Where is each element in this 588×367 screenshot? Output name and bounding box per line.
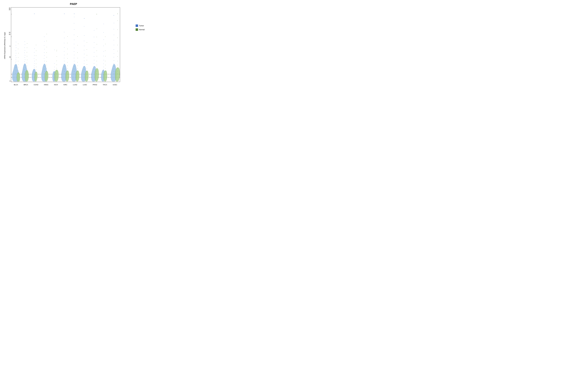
svg-point-76 — [36, 60, 36, 60]
svg-point-47 — [27, 74, 27, 75]
svg-point-129 — [64, 55, 65, 55]
svg-point-111 — [54, 50, 55, 50]
svg-point-202 — [94, 69, 94, 70]
svg-point-244 — [105, 50, 105, 51]
svg-point-270 — [117, 51, 118, 51]
svg-point-119 — [56, 51, 57, 51]
svg-point-254 — [114, 57, 114, 57]
svg-point-191 — [86, 74, 87, 75]
svg-point-222 — [97, 29, 97, 29]
x-label-prad: PRAD — [93, 84, 97, 86]
svg-point-198 — [87, 42, 87, 43]
svg-point-207 — [94, 52, 94, 52]
svg-point-101 — [46, 52, 47, 53]
svg-point-186 — [84, 41, 84, 41]
svg-point-250 — [114, 69, 114, 69]
svg-point-79 — [36, 45, 36, 45]
svg-point-115 — [56, 68, 57, 68]
svg-point-170 — [77, 62, 78, 63]
svg-point-141 — [67, 62, 68, 63]
svg-point-241 — [105, 65, 106, 65]
svg-point-41 — [24, 53, 25, 53]
svg-point-272 — [117, 38, 118, 38]
svg-point-161 — [74, 29, 74, 30]
svg-point-27 — [18, 53, 18, 53]
legend-label-tumor: Tumor — [139, 25, 144, 27]
chart-svg — [11, 8, 120, 82]
svg-point-169 — [78, 66, 78, 66]
svg-point-231 — [104, 56, 104, 56]
svg-point-125 — [64, 67, 65, 67]
svg-point-236 — [104, 24, 104, 24]
svg-point-189 — [84, 18, 85, 19]
svg-point-196 — [87, 55, 87, 55]
svg-point-151 — [74, 66, 74, 67]
svg-point-252 — [114, 63, 114, 64]
svg-point-128 — [64, 58, 64, 58]
svg-point-154 — [74, 58, 74, 58]
svg-point-62 — [34, 66, 35, 66]
svg-point-104 — [47, 34, 47, 34]
svg-point-167 — [78, 71, 78, 72]
svg-point-233 — [104, 46, 104, 46]
svg-point-139 — [67, 68, 68, 69]
x-label-hnsc: HNSC — [44, 84, 48, 86]
svg-point-69 — [34, 14, 35, 14]
svg-point-6 — [15, 68, 16, 68]
legend-color-normal — [136, 28, 138, 31]
legend-label-normal: Normal — [139, 29, 145, 31]
svg-point-42 — [25, 50, 25, 50]
svg-point-230 — [104, 60, 104, 60]
svg-point-155 — [74, 55, 74, 55]
svg-point-143 — [67, 54, 68, 54]
svg-point-246 — [105, 37, 105, 37]
svg-point-142 — [67, 58, 68, 58]
svg-point-118 — [57, 56, 57, 57]
svg-point-214 — [97, 71, 97, 71]
svg-point-148 — [74, 74, 74, 74]
svg-point-21 — [18, 73, 18, 74]
svg-point-48 — [27, 72, 27, 72]
svg-point-87 — [44, 58, 44, 58]
svg-point-85 — [44, 64, 44, 64]
svg-point-67 — [34, 52, 35, 52]
svg-point-267 — [117, 65, 118, 65]
svg-point-248 — [114, 74, 114, 74]
svg-point-107 — [54, 72, 55, 72]
svg-point-43 — [25, 48, 25, 48]
svg-point-45 — [25, 42, 25, 42]
svg-point-54 — [27, 52, 27, 52]
svg-point-217 — [96, 61, 97, 61]
svg-point-262 — [113, 15, 114, 16]
svg-point-96 — [47, 71, 47, 72]
svg-point-77 — [36, 55, 36, 56]
svg-point-271 — [117, 45, 118, 45]
svg-point-235 — [104, 32, 104, 33]
legend: Tumor Normal — [136, 25, 145, 31]
svg-point-149 — [74, 71, 75, 72]
svg-point-163 — [74, 17, 74, 17]
svg-point-261 — [114, 23, 114, 23]
y-tick-5: 5 — [9, 45, 10, 47]
svg-point-127 — [64, 61, 65, 61]
x-label-kirc: KIRC — [63, 84, 67, 86]
svg-point-60 — [34, 70, 34, 70]
svg-point-9 — [16, 64, 17, 65]
svg-point-203 — [94, 67, 94, 67]
svg-point-177 — [84, 72, 84, 72]
svg-point-74 — [36, 67, 36, 67]
svg-point-201 — [94, 72, 94, 72]
svg-point-205 — [94, 60, 94, 60]
svg-point-156 — [74, 51, 74, 52]
svg-point-116 — [57, 65, 57, 65]
svg-point-184 — [84, 50, 84, 50]
svg-point-18 — [16, 45, 16, 45]
svg-point-249 — [114, 71, 114, 72]
svg-point-81 — [44, 74, 44, 74]
svg-point-166 — [77, 74, 78, 74]
svg-point-215 — [96, 68, 97, 68]
svg-point-130 — [64, 51, 64, 51]
svg-point-16 — [16, 50, 16, 51]
svg-point-209 — [94, 42, 94, 43]
svg-point-157 — [74, 48, 74, 48]
